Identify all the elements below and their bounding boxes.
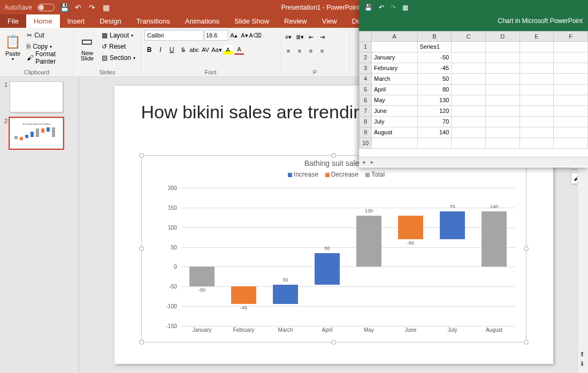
- cell[interactable]: August: [372, 127, 418, 138]
- shadow-button[interactable]: abc: [189, 45, 199, 55]
- cell[interactable]: January: [372, 52, 418, 63]
- tab-insert[interactable]: Insert: [60, 14, 93, 28]
- cell[interactable]: 70: [418, 117, 452, 127]
- row-header[interactable]: 3: [359, 63, 372, 74]
- row-header[interactable]: 4: [359, 74, 372, 85]
- col-header[interactable]: C: [452, 31, 486, 42]
- selection-handle[interactable]: [139, 246, 144, 251]
- format-painter-button[interactable]: 🖌Format Painter: [25, 52, 70, 63]
- row-header[interactable]: 2: [359, 52, 372, 63]
- row-header[interactable]: 6: [359, 95, 372, 106]
- cell[interactable]: [554, 95, 588, 106]
- cell[interactable]: June: [372, 106, 418, 117]
- cell[interactable]: [486, 85, 520, 95]
- cell[interactable]: [520, 52, 554, 63]
- cell[interactable]: July: [372, 117, 418, 127]
- tab-design[interactable]: Design: [92, 14, 128, 28]
- row-header[interactable]: 7: [359, 106, 372, 117]
- align-left-button[interactable]: ≡: [284, 46, 293, 56]
- cell[interactable]: [520, 117, 554, 127]
- cell[interactable]: [452, 52, 486, 63]
- cell[interactable]: [486, 138, 520, 149]
- cell[interactable]: [372, 42, 418, 52]
- cell[interactable]: [452, 63, 486, 74]
- justify-button[interactable]: ≡: [317, 46, 327, 56]
- chart-bar[interactable]: [398, 216, 423, 239]
- col-header[interactable]: D: [486, 31, 520, 42]
- excel-save-icon[interactable]: 💾: [364, 4, 372, 11]
- selection-handle[interactable]: [139, 340, 144, 345]
- cell[interactable]: [452, 117, 486, 127]
- cell[interactable]: [486, 127, 520, 138]
- slide-thumb-2[interactable]: 2 How bikini sales are trending: [4, 118, 74, 149]
- excel-grid[interactable]: 12345678910 ABCDEF Series1January-50Febr…: [359, 31, 588, 157]
- tab-home[interactable]: Home: [26, 14, 60, 28]
- cell[interactable]: [486, 106, 520, 117]
- cell[interactable]: [520, 63, 554, 74]
- cell[interactable]: 50: [418, 74, 452, 85]
- bold-button[interactable]: B: [144, 45, 154, 55]
- excel-chart-data-window[interactable]: 💾 ↶ ↷ ▦ Chart in Microsoft PowerPoint 12…: [359, 0, 588, 168]
- cell[interactable]: Series1: [418, 42, 452, 52]
- cell[interactable]: [554, 106, 588, 117]
- highlight-button[interactable]: A: [223, 45, 233, 55]
- cell[interactable]: [486, 63, 520, 74]
- tab-view[interactable]: View: [315, 14, 345, 28]
- cell[interactable]: [554, 52, 588, 63]
- chart-legend[interactable]: Increase Decrease Total: [142, 171, 526, 178]
- row-header[interactable]: 8: [359, 117, 372, 127]
- chart-bar[interactable]: [189, 267, 215, 286]
- grow-font-icon[interactable]: A▴: [229, 31, 239, 40]
- indent-right-button[interactable]: ⇥: [317, 32, 327, 42]
- paste-button[interactable]: 📋 Paste ▾: [3, 30, 22, 65]
- selection-handle[interactable]: [331, 153, 336, 158]
- cell[interactable]: March: [372, 74, 418, 85]
- cell[interactable]: 120: [418, 106, 452, 117]
- selection-handle[interactable]: [524, 246, 529, 251]
- cell[interactable]: -50: [418, 52, 452, 63]
- tab-slideshow[interactable]: Slide Show: [227, 14, 277, 28]
- slide-thumb-1[interactable]: 1: [4, 81, 74, 112]
- next-slide-icon[interactable]: ⬇: [579, 360, 585, 368]
- row-header[interactable]: 10: [359, 138, 372, 149]
- selection-handle[interactable]: [331, 340, 336, 345]
- cell[interactable]: [486, 95, 520, 106]
- col-header[interactable]: A: [372, 31, 418, 42]
- cell[interactable]: April: [372, 85, 418, 95]
- undo-icon[interactable]: ↶: [74, 3, 82, 12]
- cell[interactable]: [520, 74, 554, 85]
- excel-h-scrollbar[interactable]: ◂ ▸: [359, 157, 588, 166]
- row-header[interactable]: 1: [359, 42, 372, 52]
- chart-object[interactable]: Bathing suit sales Increase Decrease Tot…: [141, 155, 526, 342]
- numbering-button[interactable]: ≣▾: [295, 32, 304, 42]
- cell[interactable]: February: [372, 63, 418, 74]
- selection-handle[interactable]: [139, 153, 144, 158]
- col-header[interactable]: E: [520, 31, 554, 42]
- shrink-font-icon[interactable]: A▾: [240, 31, 249, 40]
- cell[interactable]: 80: [418, 85, 452, 95]
- cut-button[interactable]: ✂Cut: [25, 30, 70, 41]
- tab-review[interactable]: Review: [277, 14, 315, 28]
- italic-button[interactable]: I: [156, 45, 165, 55]
- start-from-beginning-icon[interactable]: ▦: [102, 3, 110, 12]
- bullets-button[interactable]: ≡▾: [284, 32, 293, 42]
- autosave-toggle[interactable]: [37, 4, 55, 11]
- tab-animations[interactable]: Animations: [178, 14, 227, 28]
- tab-file[interactable]: File: [0, 14, 26, 28]
- scroll-left-icon[interactable]: ◂: [359, 158, 368, 166]
- cell[interactable]: [486, 52, 520, 63]
- font-name-select[interactable]: [144, 30, 203, 41]
- underline-button[interactable]: U: [167, 45, 177, 55]
- row-header[interactable]: 9: [359, 127, 372, 138]
- cell[interactable]: [486, 117, 520, 127]
- reset-button[interactable]: ↺Reset: [100, 41, 138, 52]
- cell[interactable]: [554, 63, 588, 74]
- cell[interactable]: [372, 138, 418, 149]
- indent-left-button[interactable]: ⇤: [306, 32, 316, 42]
- chart-bar[interactable]: [356, 216, 381, 267]
- cell[interactable]: [554, 138, 588, 149]
- chart-bar[interactable]: [231, 286, 256, 304]
- font-size-select[interactable]: [204, 30, 228, 41]
- cell[interactable]: -45: [418, 63, 452, 74]
- new-slide-button[interactable]: ▭ New Slide: [77, 30, 97, 65]
